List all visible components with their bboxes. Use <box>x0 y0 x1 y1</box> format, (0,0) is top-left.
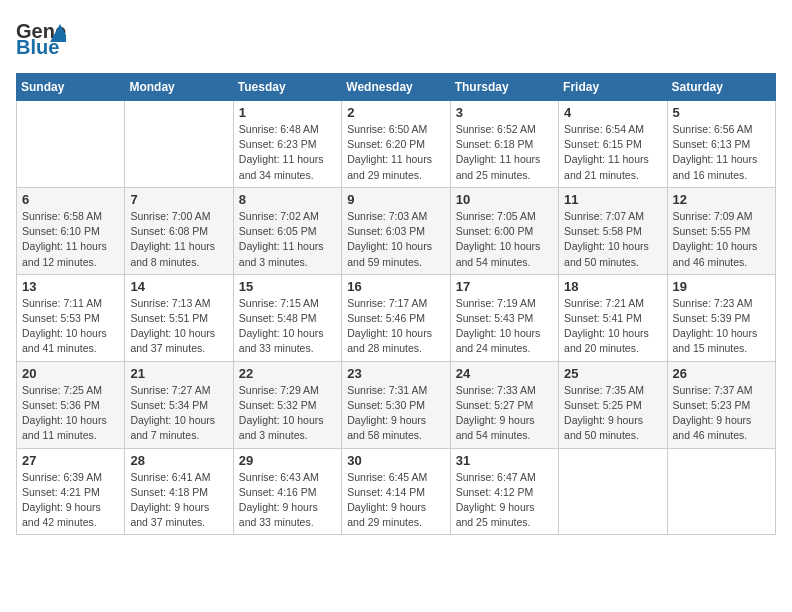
day-number: 8 <box>239 192 336 207</box>
weekday-header: Thursday <box>450 74 558 101</box>
day-info: Sunrise: 6:39 AMSunset: 4:21 PMDaylight:… <box>22 470 119 531</box>
day-number: 2 <box>347 105 444 120</box>
calendar-cell <box>667 448 775 535</box>
calendar-week-row: 13Sunrise: 7:11 AMSunset: 5:53 PMDayligh… <box>17 274 776 361</box>
calendar-week-row: 20Sunrise: 7:25 AMSunset: 5:36 PMDayligh… <box>17 361 776 448</box>
day-info: Sunrise: 7:02 AMSunset: 6:05 PMDaylight:… <box>239 209 336 270</box>
day-info: Sunrise: 6:52 AMSunset: 6:18 PMDaylight:… <box>456 122 553 183</box>
calendar-cell: 14Sunrise: 7:13 AMSunset: 5:51 PMDayligh… <box>125 274 233 361</box>
day-number: 23 <box>347 366 444 381</box>
day-info: Sunrise: 7:25 AMSunset: 5:36 PMDaylight:… <box>22 383 119 444</box>
day-info: Sunrise: 6:43 AMSunset: 4:16 PMDaylight:… <box>239 470 336 531</box>
day-info: Sunrise: 6:47 AMSunset: 4:12 PMDaylight:… <box>456 470 553 531</box>
day-number: 14 <box>130 279 227 294</box>
calendar-cell: 1Sunrise: 6:48 AMSunset: 6:23 PMDaylight… <box>233 101 341 188</box>
calendar-cell: 3Sunrise: 6:52 AMSunset: 6:18 PMDaylight… <box>450 101 558 188</box>
calendar-cell: 24Sunrise: 7:33 AMSunset: 5:27 PMDayligh… <box>450 361 558 448</box>
calendar-cell: 4Sunrise: 6:54 AMSunset: 6:15 PMDaylight… <box>559 101 667 188</box>
day-number: 15 <box>239 279 336 294</box>
calendar-cell: 5Sunrise: 6:56 AMSunset: 6:13 PMDaylight… <box>667 101 775 188</box>
day-number: 27 <box>22 453 119 468</box>
logo: General Blue <box>16 16 66 61</box>
calendar-cell <box>17 101 125 188</box>
day-info: Sunrise: 7:19 AMSunset: 5:43 PMDaylight:… <box>456 296 553 357</box>
calendar-cell: 19Sunrise: 7:23 AMSunset: 5:39 PMDayligh… <box>667 274 775 361</box>
logo-icon: General Blue <box>16 16 66 61</box>
day-info: Sunrise: 7:07 AMSunset: 5:58 PMDaylight:… <box>564 209 661 270</box>
calendar-cell: 15Sunrise: 7:15 AMSunset: 5:48 PMDayligh… <box>233 274 341 361</box>
day-number: 22 <box>239 366 336 381</box>
day-info: Sunrise: 7:23 AMSunset: 5:39 PMDaylight:… <box>673 296 770 357</box>
day-info: Sunrise: 7:03 AMSunset: 6:03 PMDaylight:… <box>347 209 444 270</box>
calendar-cell: 25Sunrise: 7:35 AMSunset: 5:25 PMDayligh… <box>559 361 667 448</box>
calendar-cell: 23Sunrise: 7:31 AMSunset: 5:30 PMDayligh… <box>342 361 450 448</box>
weekday-header: Tuesday <box>233 74 341 101</box>
calendar-cell: 6Sunrise: 6:58 AMSunset: 6:10 PMDaylight… <box>17 187 125 274</box>
day-info: Sunrise: 7:37 AMSunset: 5:23 PMDaylight:… <box>673 383 770 444</box>
day-number: 4 <box>564 105 661 120</box>
day-number: 12 <box>673 192 770 207</box>
calendar-cell: 2Sunrise: 6:50 AMSunset: 6:20 PMDaylight… <box>342 101 450 188</box>
calendar-cell: 29Sunrise: 6:43 AMSunset: 4:16 PMDayligh… <box>233 448 341 535</box>
calendar-week-row: 1Sunrise: 6:48 AMSunset: 6:23 PMDaylight… <box>17 101 776 188</box>
calendar-cell: 30Sunrise: 6:45 AMSunset: 4:14 PMDayligh… <box>342 448 450 535</box>
day-number: 9 <box>347 192 444 207</box>
day-number: 11 <box>564 192 661 207</box>
calendar-cell: 8Sunrise: 7:02 AMSunset: 6:05 PMDaylight… <box>233 187 341 274</box>
day-number: 26 <box>673 366 770 381</box>
day-number: 28 <box>130 453 227 468</box>
day-number: 18 <box>564 279 661 294</box>
calendar-cell: 28Sunrise: 6:41 AMSunset: 4:18 PMDayligh… <box>125 448 233 535</box>
day-info: Sunrise: 6:56 AMSunset: 6:13 PMDaylight:… <box>673 122 770 183</box>
calendar-cell: 22Sunrise: 7:29 AMSunset: 5:32 PMDayligh… <box>233 361 341 448</box>
day-number: 17 <box>456 279 553 294</box>
day-info: Sunrise: 6:41 AMSunset: 4:18 PMDaylight:… <box>130 470 227 531</box>
calendar-cell: 17Sunrise: 7:19 AMSunset: 5:43 PMDayligh… <box>450 274 558 361</box>
day-number: 19 <box>673 279 770 294</box>
day-info: Sunrise: 7:17 AMSunset: 5:46 PMDaylight:… <box>347 296 444 357</box>
day-info: Sunrise: 6:48 AMSunset: 6:23 PMDaylight:… <box>239 122 336 183</box>
day-info: Sunrise: 6:50 AMSunset: 6:20 PMDaylight:… <box>347 122 444 183</box>
calendar-week-row: 27Sunrise: 6:39 AMSunset: 4:21 PMDayligh… <box>17 448 776 535</box>
day-number: 7 <box>130 192 227 207</box>
day-info: Sunrise: 7:33 AMSunset: 5:27 PMDaylight:… <box>456 383 553 444</box>
calendar-cell <box>125 101 233 188</box>
calendar-cell: 18Sunrise: 7:21 AMSunset: 5:41 PMDayligh… <box>559 274 667 361</box>
day-info: Sunrise: 7:09 AMSunset: 5:55 PMDaylight:… <box>673 209 770 270</box>
day-info: Sunrise: 7:21 AMSunset: 5:41 PMDaylight:… <box>564 296 661 357</box>
day-number: 20 <box>22 366 119 381</box>
calendar-table: SundayMondayTuesdayWednesdayThursdayFrid… <box>16 73 776 535</box>
calendar-cell: 12Sunrise: 7:09 AMSunset: 5:55 PMDayligh… <box>667 187 775 274</box>
weekday-header: Saturday <box>667 74 775 101</box>
day-info: Sunrise: 7:13 AMSunset: 5:51 PMDaylight:… <box>130 296 227 357</box>
day-info: Sunrise: 7:29 AMSunset: 5:32 PMDaylight:… <box>239 383 336 444</box>
day-number: 13 <box>22 279 119 294</box>
page-header: General Blue <box>16 16 776 61</box>
day-number: 31 <box>456 453 553 468</box>
day-number: 30 <box>347 453 444 468</box>
weekday-header: Sunday <box>17 74 125 101</box>
day-info: Sunrise: 6:58 AMSunset: 6:10 PMDaylight:… <box>22 209 119 270</box>
day-number: 3 <box>456 105 553 120</box>
calendar-header-row: SundayMondayTuesdayWednesdayThursdayFrid… <box>17 74 776 101</box>
day-info: Sunrise: 7:00 AMSunset: 6:08 PMDaylight:… <box>130 209 227 270</box>
calendar-cell: 9Sunrise: 7:03 AMSunset: 6:03 PMDaylight… <box>342 187 450 274</box>
day-info: Sunrise: 7:35 AMSunset: 5:25 PMDaylight:… <box>564 383 661 444</box>
day-number: 6 <box>22 192 119 207</box>
calendar-cell: 26Sunrise: 7:37 AMSunset: 5:23 PMDayligh… <box>667 361 775 448</box>
day-info: Sunrise: 6:54 AMSunset: 6:15 PMDaylight:… <box>564 122 661 183</box>
calendar-cell: 16Sunrise: 7:17 AMSunset: 5:46 PMDayligh… <box>342 274 450 361</box>
calendar-cell <box>559 448 667 535</box>
day-number: 24 <box>456 366 553 381</box>
day-number: 16 <box>347 279 444 294</box>
calendar-cell: 31Sunrise: 6:47 AMSunset: 4:12 PMDayligh… <box>450 448 558 535</box>
weekday-header: Friday <box>559 74 667 101</box>
day-info: Sunrise: 7:31 AMSunset: 5:30 PMDaylight:… <box>347 383 444 444</box>
weekday-header: Wednesday <box>342 74 450 101</box>
day-info: Sunrise: 6:45 AMSunset: 4:14 PMDaylight:… <box>347 470 444 531</box>
calendar-cell: 10Sunrise: 7:05 AMSunset: 6:00 PMDayligh… <box>450 187 558 274</box>
day-info: Sunrise: 7:27 AMSunset: 5:34 PMDaylight:… <box>130 383 227 444</box>
day-info: Sunrise: 7:05 AMSunset: 6:00 PMDaylight:… <box>456 209 553 270</box>
weekday-header: Monday <box>125 74 233 101</box>
day-number: 10 <box>456 192 553 207</box>
